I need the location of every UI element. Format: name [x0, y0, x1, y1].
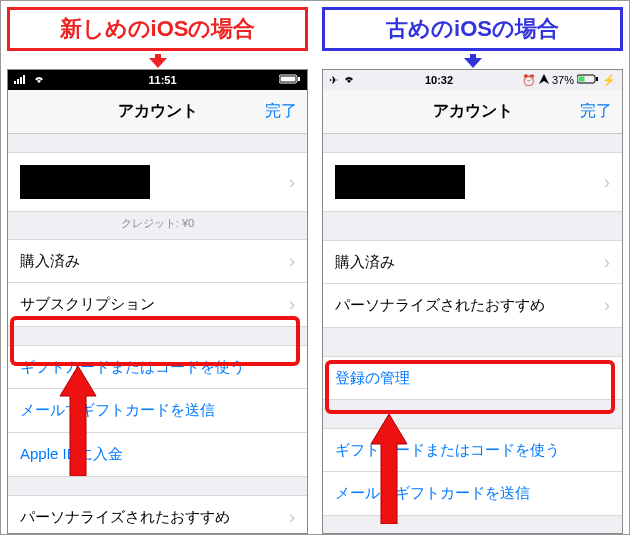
add-funds-cell[interactable]: Apple IDに入金	[8, 433, 307, 477]
nav-title: アカウント	[393, 101, 552, 122]
account-cell[interactable]: ›	[8, 152, 307, 212]
cell-label: パーソナライズされたおすすめ	[20, 508, 230, 527]
battery-icon	[577, 74, 599, 86]
navbar-old: アカウント 完了	[323, 90, 622, 134]
phone-old: ✈ 10:32 ⏰ 37% ⚡	[322, 69, 623, 534]
svg-rect-0	[14, 81, 16, 84]
svg-rect-2	[20, 77, 22, 84]
airplane-icon: ✈	[329, 74, 338, 87]
status-time: 10:32	[356, 74, 522, 86]
svg-rect-6	[298, 77, 300, 81]
redeem-cell[interactable]: ギフトカードまたはコードを使う	[8, 345, 307, 389]
status-time: 11:51	[46, 74, 279, 86]
location-icon	[539, 74, 549, 86]
navbar-new: アカウント 完了	[8, 90, 307, 134]
svg-rect-1	[17, 79, 19, 84]
nav-title: アカウント	[78, 101, 237, 122]
chevron-right-icon: ›	[604, 252, 610, 273]
signal-icon	[14, 74, 28, 86]
phone-new: 11:51 アカウント 完了 › クレジット: ¥0 購入済み ›	[7, 69, 308, 534]
battery-icon	[279, 74, 301, 86]
manage-subscription-cell[interactable]: 登録の管理	[323, 356, 622, 400]
cell-label: メールでギフトカードを送信	[335, 484, 530, 503]
redacted-account	[335, 165, 465, 199]
send-gift-cell[interactable]: メールでギフトカードを送信	[323, 472, 622, 516]
credit-label: クレジット: ¥0	[8, 212, 307, 239]
chevron-right-icon: ›	[289, 251, 295, 272]
caption-new: 新しめのiOSの場合	[7, 7, 308, 51]
caption-old: 古めのiOSの場合	[322, 7, 623, 51]
account-cell[interactable]: ›	[323, 152, 622, 212]
redeem-cell[interactable]: ギフトカードまたはコードを使う	[323, 428, 622, 472]
arrow-down-blue	[322, 53, 623, 69]
battery-percent: 37%	[552, 74, 574, 86]
purchased-cell[interactable]: 購入済み ›	[323, 240, 622, 284]
arrow-down-red	[7, 53, 308, 69]
panel-new-ios: 新しめのiOSの場合 11:51	[7, 7, 308, 534]
chevron-right-icon: ›	[289, 507, 295, 528]
cell-label: 購入済み	[335, 253, 395, 272]
statusbar-old: ✈ 10:32 ⏰ 37% ⚡	[323, 70, 622, 90]
done-button[interactable]: 完了	[552, 101, 612, 122]
svg-rect-3	[23, 75, 25, 84]
subscription-cell[interactable]: サブスクリプション ›	[8, 283, 307, 327]
cell-label: ギフトカードまたはコードを使う	[20, 358, 245, 377]
charging-icon: ⚡	[602, 74, 616, 87]
done-button[interactable]: 完了	[237, 101, 297, 122]
personalized-cell[interactable]: パーソナライズされたおすすめ ›	[8, 495, 307, 534]
chevron-right-icon: ›	[604, 295, 610, 316]
cell-label: Apple IDに入金	[20, 445, 123, 464]
alarm-icon: ⏰	[522, 74, 536, 87]
chevron-right-icon: ›	[289, 294, 295, 315]
chevron-right-icon: ›	[289, 172, 295, 193]
purchased-cell[interactable]: 購入済み ›	[8, 239, 307, 283]
cell-label: 購入済み	[20, 252, 80, 271]
wifi-icon	[342, 74, 356, 86]
cell-label: ギフトカードまたはコードを使う	[335, 441, 560, 460]
redacted-account	[20, 165, 150, 199]
svg-rect-9	[596, 77, 598, 81]
svg-rect-5	[281, 77, 296, 82]
personalized-cell[interactable]: パーソナライズされたおすすめ ›	[323, 284, 622, 328]
svg-rect-8	[579, 77, 585, 82]
wifi-icon	[32, 74, 46, 86]
cell-label: パーソナライズされたおすすめ	[335, 296, 545, 315]
cell-label: メールでギフトカードを送信	[20, 401, 215, 420]
chevron-right-icon: ›	[604, 172, 610, 193]
cell-label: サブスクリプション	[20, 295, 155, 314]
panel-old-ios: 古めのiOSの場合 ✈ 10:32 ⏰ 37%	[322, 7, 623, 534]
send-gift-cell[interactable]: メールでギフトカードを送信	[8, 389, 307, 433]
cell-label: 登録の管理	[335, 369, 410, 388]
statusbar-new: 11:51	[8, 70, 307, 90]
